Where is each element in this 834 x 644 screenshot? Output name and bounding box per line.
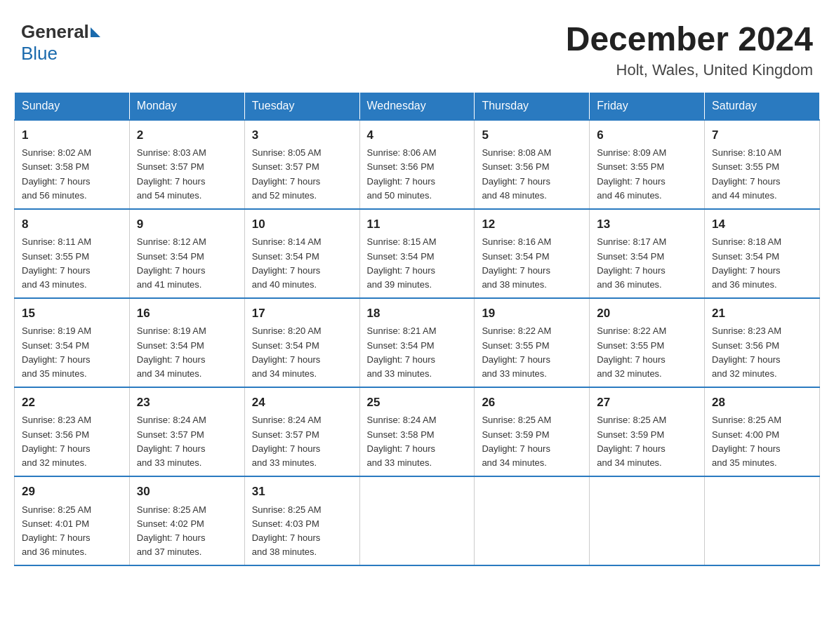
day-number: 7 xyxy=(712,126,812,145)
calendar-cell: 19Sunrise: 8:22 AM Sunset: 3:55 PM Dayli… xyxy=(475,298,590,387)
day-number: 19 xyxy=(482,304,582,323)
day-info: Sunrise: 8:25 AM Sunset: 4:00 PM Dayligh… xyxy=(712,413,812,470)
day-header-thursday: Thursday xyxy=(475,92,590,120)
day-info: Sunrise: 8:19 AM Sunset: 3:54 PM Dayligh… xyxy=(137,324,237,381)
calendar-cell: 11Sunrise: 8:15 AM Sunset: 3:54 PM Dayli… xyxy=(359,209,475,298)
calendar-cell: 28Sunrise: 8:25 AM Sunset: 4:00 PM Dayli… xyxy=(705,387,820,476)
day-info: Sunrise: 8:10 AM Sunset: 3:55 PM Dayligh… xyxy=(712,146,812,203)
day-info: Sunrise: 8:25 AM Sunset: 4:01 PM Dayligh… xyxy=(22,503,122,560)
calendar-cell: 22Sunrise: 8:23 AM Sunset: 3:56 PM Dayli… xyxy=(15,387,130,476)
day-number: 31 xyxy=(252,483,352,501)
day-info: Sunrise: 8:23 AM Sunset: 3:56 PM Dayligh… xyxy=(22,413,122,470)
day-info: Sunrise: 8:05 AM Sunset: 3:57 PM Dayligh… xyxy=(252,146,352,203)
calendar-cell: 30Sunrise: 8:25 AM Sunset: 4:02 PM Dayli… xyxy=(129,476,244,565)
calendar-cell xyxy=(705,476,820,565)
calendar-title: December 2024 xyxy=(566,21,813,58)
day-info: Sunrise: 8:11 AM Sunset: 3:55 PM Dayligh… xyxy=(22,235,122,292)
calendar-cell: 16Sunrise: 8:19 AM Sunset: 3:54 PM Dayli… xyxy=(129,298,244,387)
calendar-cell: 9Sunrise: 8:12 AM Sunset: 3:54 PM Daylig… xyxy=(129,209,244,298)
day-info: Sunrise: 8:24 AM Sunset: 3:57 PM Dayligh… xyxy=(137,413,237,470)
day-info: Sunrise: 8:03 AM Sunset: 3:57 PM Dayligh… xyxy=(137,146,237,203)
day-number: 25 xyxy=(367,394,468,412)
day-info: Sunrise: 8:15 AM Sunset: 3:54 PM Dayligh… xyxy=(367,235,468,292)
day-number: 20 xyxy=(597,304,697,323)
page-header: General Blue December 2024 Holt, Wales, … xyxy=(14,14,820,79)
day-header-wednesday: Wednesday xyxy=(359,92,475,120)
calendar-cell: 26Sunrise: 8:25 AM Sunset: 3:59 PM Dayli… xyxy=(475,387,590,476)
calendar-week-row: 15Sunrise: 8:19 AM Sunset: 3:54 PM Dayli… xyxy=(15,298,820,387)
day-number: 18 xyxy=(367,304,468,323)
calendar-cell xyxy=(475,476,590,565)
day-info: Sunrise: 8:21 AM Sunset: 3:54 PM Dayligh… xyxy=(367,324,468,381)
day-info: Sunrise: 8:17 AM Sunset: 3:54 PM Dayligh… xyxy=(597,235,697,292)
calendar-cell: 29Sunrise: 8:25 AM Sunset: 4:01 PM Dayli… xyxy=(15,476,130,565)
day-number: 9 xyxy=(137,215,237,234)
day-info: Sunrise: 8:09 AM Sunset: 3:55 PM Dayligh… xyxy=(597,146,697,203)
calendar-cell: 1Sunrise: 8:02 AM Sunset: 3:58 PM Daylig… xyxy=(15,120,130,209)
calendar-cell: 8Sunrise: 8:11 AM Sunset: 3:55 PM Daylig… xyxy=(15,209,130,298)
logo-general-text: General xyxy=(21,21,89,43)
day-info: Sunrise: 8:19 AM Sunset: 3:54 PM Dayligh… xyxy=(22,324,122,381)
day-info: Sunrise: 8:22 AM Sunset: 3:55 PM Dayligh… xyxy=(482,324,582,381)
calendar-cell: 27Sunrise: 8:25 AM Sunset: 3:59 PM Dayli… xyxy=(590,387,705,476)
calendar-cell: 10Sunrise: 8:14 AM Sunset: 3:54 PM Dayli… xyxy=(244,209,359,298)
day-info: Sunrise: 8:25 AM Sunset: 3:59 PM Dayligh… xyxy=(482,413,582,470)
day-number: 12 xyxy=(482,215,582,234)
day-number: 4 xyxy=(367,126,468,145)
calendar-subtitle: Holt, Wales, United Kingdom xyxy=(566,61,813,79)
day-header-monday: Monday xyxy=(129,92,244,120)
calendar-cell xyxy=(359,476,475,565)
day-number: 26 xyxy=(482,394,582,412)
calendar-week-row: 8Sunrise: 8:11 AM Sunset: 3:55 PM Daylig… xyxy=(15,209,820,298)
calendar-table: SundayMondayTuesdayWednesdayThursdayFrid… xyxy=(14,92,820,566)
calendar-cell: 15Sunrise: 8:19 AM Sunset: 3:54 PM Dayli… xyxy=(15,298,130,387)
day-number: 1 xyxy=(22,126,122,145)
day-info: Sunrise: 8:20 AM Sunset: 3:54 PM Dayligh… xyxy=(252,324,352,381)
day-number: 10 xyxy=(252,215,352,234)
calendar-header-row: SundayMondayTuesdayWednesdayThursdayFrid… xyxy=(15,92,820,120)
calendar-week-row: 1Sunrise: 8:02 AM Sunset: 3:58 PM Daylig… xyxy=(15,120,820,209)
day-number: 8 xyxy=(22,215,122,234)
day-number: 11 xyxy=(367,215,468,234)
day-number: 24 xyxy=(252,394,352,412)
calendar-cell: 17Sunrise: 8:20 AM Sunset: 3:54 PM Dayli… xyxy=(244,298,359,387)
day-number: 15 xyxy=(22,304,122,323)
day-info: Sunrise: 8:06 AM Sunset: 3:56 PM Dayligh… xyxy=(367,146,468,203)
day-header-friday: Friday xyxy=(590,92,705,120)
calendar-cell: 21Sunrise: 8:23 AM Sunset: 3:56 PM Dayli… xyxy=(705,298,820,387)
calendar-cell xyxy=(590,476,705,565)
day-number: 23 xyxy=(137,394,237,412)
day-info: Sunrise: 8:23 AM Sunset: 3:56 PM Dayligh… xyxy=(712,324,812,381)
day-info: Sunrise: 8:14 AM Sunset: 3:54 PM Dayligh… xyxy=(252,235,352,292)
day-info: Sunrise: 8:25 AM Sunset: 3:59 PM Dayligh… xyxy=(597,413,697,470)
day-info: Sunrise: 8:08 AM Sunset: 3:56 PM Dayligh… xyxy=(482,146,582,203)
calendar-week-row: 22Sunrise: 8:23 AM Sunset: 3:56 PM Dayli… xyxy=(15,387,820,476)
day-header-sunday: Sunday xyxy=(15,92,130,120)
day-number: 22 xyxy=(22,394,122,412)
calendar-cell: 25Sunrise: 8:24 AM Sunset: 3:58 PM Dayli… xyxy=(359,387,475,476)
day-number: 6 xyxy=(597,126,697,145)
calendar-cell: 2Sunrise: 8:03 AM Sunset: 3:57 PM Daylig… xyxy=(129,120,244,209)
day-info: Sunrise: 8:16 AM Sunset: 3:54 PM Dayligh… xyxy=(482,235,582,292)
calendar-cell: 6Sunrise: 8:09 AM Sunset: 3:55 PM Daylig… xyxy=(590,120,705,209)
day-info: Sunrise: 8:12 AM Sunset: 3:54 PM Dayligh… xyxy=(137,235,237,292)
day-info: Sunrise: 8:18 AM Sunset: 3:54 PM Dayligh… xyxy=(712,235,812,292)
calendar-cell: 7Sunrise: 8:10 AM Sunset: 3:55 PM Daylig… xyxy=(705,120,820,209)
calendar-cell: 12Sunrise: 8:16 AM Sunset: 3:54 PM Dayli… xyxy=(475,209,590,298)
calendar-week-row: 29Sunrise: 8:25 AM Sunset: 4:01 PM Dayli… xyxy=(15,476,820,565)
day-number: 5 xyxy=(482,126,582,145)
day-header-saturday: Saturday xyxy=(705,92,820,120)
calendar-cell: 5Sunrise: 8:08 AM Sunset: 3:56 PM Daylig… xyxy=(475,120,590,209)
calendar-cell: 14Sunrise: 8:18 AM Sunset: 3:54 PM Dayli… xyxy=(705,209,820,298)
day-info: Sunrise: 8:02 AM Sunset: 3:58 PM Dayligh… xyxy=(22,146,122,203)
day-number: 29 xyxy=(22,483,122,501)
calendar-cell: 4Sunrise: 8:06 AM Sunset: 3:56 PM Daylig… xyxy=(359,120,475,209)
day-number: 21 xyxy=(712,304,812,323)
calendar-cell: 24Sunrise: 8:24 AM Sunset: 3:57 PM Dayli… xyxy=(244,387,359,476)
calendar-cell: 23Sunrise: 8:24 AM Sunset: 3:57 PM Dayli… xyxy=(129,387,244,476)
day-info: Sunrise: 8:24 AM Sunset: 3:57 PM Dayligh… xyxy=(252,413,352,470)
logo-arrow-icon xyxy=(91,27,100,37)
day-number: 3 xyxy=(252,126,352,145)
day-number: 27 xyxy=(597,394,697,412)
day-number: 17 xyxy=(252,304,352,323)
